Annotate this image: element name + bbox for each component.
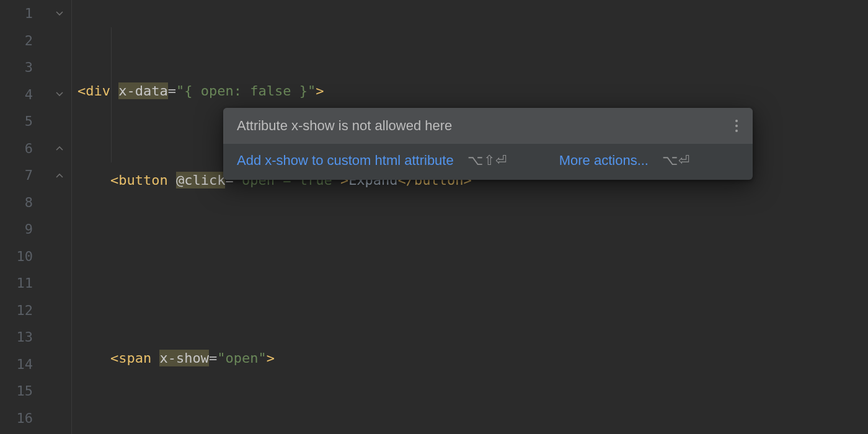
gutter-line: 3 [0,54,65,81]
equals-sign: = [209,350,217,366]
tag-open: <button [110,172,168,188]
inspection-popup: Attribute x-show is not allowed here Add… [223,108,753,180]
fold-open-icon[interactable] [54,89,65,100]
attribute-highlight: x-data [118,82,167,99]
code-line[interactable]: <span x-show="open"> [78,345,868,372]
popup-header: Attribute x-show is not allowed here [223,108,753,144]
fold-close-icon[interactable] [54,143,65,154]
code-editor[interactable]: 1 2 3 4 5 6 7 8 9 10 11 [0,0,868,434]
gutter-line: 2 [0,27,65,55]
line-number: 4 [25,87,33,102]
popup-body: Add x-show to custom html attribute ⌥⇧⏎ … [223,144,753,180]
line-number: 7 [25,167,33,183]
line-number: 12 [17,303,33,318]
gutter-line: 10 [0,243,65,270]
indent [78,172,110,188]
line-number: 3 [25,60,33,75]
gutter-line: 1 [0,0,65,27]
gutter-line: 16 [0,405,65,432]
code-line[interactable] [78,255,868,283]
gutter-line: 8 [0,189,65,216]
line-number: 14 [17,356,33,372]
line-number: 1 [25,6,33,21]
code-line[interactable]: <div x-data="{ open: false }"> [78,78,868,105]
indent-guide [111,27,112,162]
line-number: 10 [17,249,33,264]
gutter-line: 11 [0,270,65,297]
gutter-line: 6 [0,135,65,162]
more-options-icon[interactable] [734,120,739,132]
indent [78,350,110,366]
attribute-highlight: @click [176,172,225,188]
line-number: 16 [17,410,33,426]
tag-close: > [316,83,324,99]
line-number: 11 [17,275,33,291]
line-number: 8 [25,195,33,210]
gutter: 1 2 3 4 5 6 7 8 9 10 11 [0,0,65,434]
fold-close-icon[interactable] [54,170,65,181]
line-number: 13 [17,329,33,345]
gutter-line: 7 [0,162,65,189]
shortcut-label: ⌥⇧⏎ [467,153,507,169]
gutter-line: 12 [0,297,65,324]
popup-title: Attribute x-show is not allowed here [237,118,452,134]
gutter-line: 13 [0,324,65,351]
quickfix-add-attribute[interactable]: Add x-show to custom html attribute [237,153,454,169]
gutter-line: 9 [0,216,65,243]
equals-sign: = [168,83,176,99]
attribute-highlight: x-show [159,350,208,366]
tag-open: <div [78,83,110,99]
fold-open-icon[interactable] [54,8,65,19]
gutter-line: 4 [0,81,65,108]
code-area[interactable]: <div x-data="{ open: false }"> <button @… [65,0,868,434]
line-number: 9 [25,221,33,237]
line-number: 15 [17,383,33,399]
shortcut-label: ⌥⏎ [662,153,690,169]
gutter-line: 14 [0,351,65,378]
attribute-value: "{ open: false }" [176,83,316,99]
line-number: 5 [25,113,33,129]
more-actions-link[interactable]: More actions... [559,153,649,169]
tag-open: <span [110,350,151,366]
gutter-line: 5 [0,108,65,135]
tag-close: > [267,350,275,366]
attribute-value: "open" [217,350,266,366]
line-number: 2 [25,33,33,48]
gutter-line: 15 [0,378,65,405]
line-number: 6 [25,141,33,156]
